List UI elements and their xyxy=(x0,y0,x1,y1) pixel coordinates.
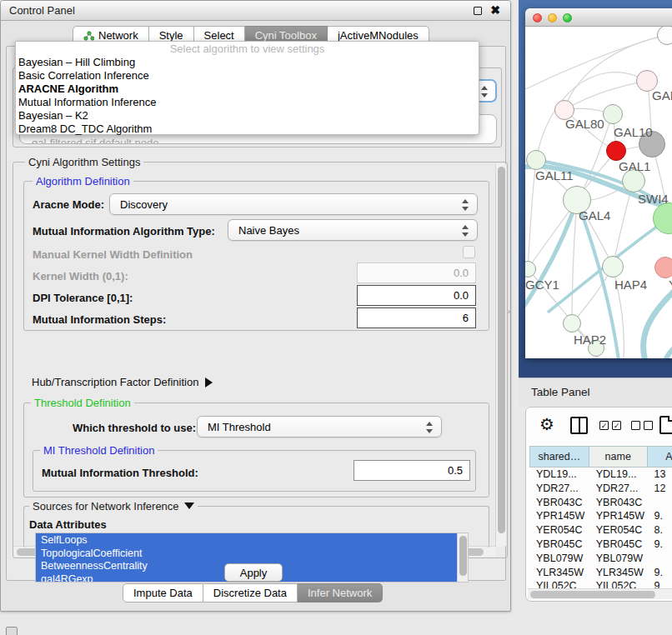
table-header-row: shared… name A xyxy=(529,446,672,468)
table-horizontal-scrollbar-thumb[interactable] xyxy=(530,591,655,598)
threshold-definition-title: Threshold Definition xyxy=(31,397,134,409)
node-label-gal-partial: GAL xyxy=(652,88,672,102)
table-panel-title: Table Panel xyxy=(531,386,590,398)
expanded-arrow-icon xyxy=(184,502,194,509)
table-row[interactable]: YDL19...YDL19...13 xyxy=(529,468,672,482)
new-table-icon[interactable] xyxy=(659,416,672,434)
cell-shared: YER054C xyxy=(529,523,589,538)
algorithm-definition-title: Algorithm Definition xyxy=(33,175,133,188)
hub-transcription-section[interactable]: Hub/Transcription Factor Definition xyxy=(32,376,213,388)
node-label-gal80: GAL80 xyxy=(565,117,604,131)
deselect-all-checkboxes-icon[interactable] xyxy=(631,421,653,430)
select-all-checkboxes-icon[interactable]: ✓✓ xyxy=(599,421,621,430)
algorithm-option-aracne[interactable]: ARACNE Algorithm xyxy=(16,82,479,96)
cell-name: YPR145W xyxy=(589,509,648,523)
table-row[interactable]: YBR045CYBR045C9. xyxy=(529,538,672,552)
window-zoom-button[interactable] xyxy=(563,13,572,22)
control-panel-titlebar[interactable]: Control Panel ✖ xyxy=(1,1,510,21)
cell-name: YBR043C xyxy=(589,496,648,510)
algorithm-option[interactable]: Mutual Information Inference xyxy=(16,96,479,109)
algorithm-option[interactable]: Dream8 DC_TDC Algorithm xyxy=(16,122,479,136)
sources-title[interactable]: Sources for Network Inference xyxy=(29,500,198,512)
node-salmon[interactable] xyxy=(654,257,672,278)
network-window-titlebar[interactable] xyxy=(525,8,672,27)
cell-value: 12 xyxy=(648,482,672,496)
table-row[interactable]: YPR145WYPR145W9. xyxy=(529,509,672,523)
settings-vertical-scrollbar[interactable] xyxy=(495,163,506,547)
list-item[interactable]: TopologicalCoefficient xyxy=(36,547,468,560)
table-toolbar: ⚙ ✓✓ xyxy=(526,408,672,446)
algorithm-placeholder: Select algorithm to view settings xyxy=(16,42,479,56)
table-row[interactable]: YBL079WYBL079W xyxy=(529,552,672,566)
mi-threshold-label: Mutual Information Threshold: xyxy=(42,467,198,479)
which-threshold-combo[interactable]: MI Threshold xyxy=(197,416,442,438)
settings-vertical-scrollbar-thumb[interactable] xyxy=(498,167,505,533)
mi-threshold-field[interactable]: 0.5 xyxy=(354,460,470,481)
collapsed-arrow-icon xyxy=(205,378,213,388)
node-gal10[interactable] xyxy=(603,104,623,124)
cell-name: YDL19... xyxy=(589,468,648,482)
algorithm-option[interactable]: Basic Correlation Inference xyxy=(16,69,479,82)
list-item[interactable]: SelfLoops xyxy=(36,533,468,547)
combo-arrows-icon xyxy=(481,85,489,98)
cell-value: 9. xyxy=(648,509,672,523)
aracne-mode-value: Discovery xyxy=(120,198,168,211)
window-minimize-button[interactable] xyxy=(548,13,557,22)
split-pane-handle[interactable]: › xyxy=(508,308,514,316)
algorithm-option[interactable]: Bayesian – Hill Climbing xyxy=(16,56,479,69)
tab-impute-data-label: Impute Data xyxy=(133,587,193,599)
cell-name: YDR27... xyxy=(589,482,648,496)
which-threshold-label: Which threshold to use: xyxy=(73,422,196,434)
dpi-tolerance-label: DPI Tolerance [0,1]: xyxy=(33,292,133,304)
table-body[interactable]: YDL19...YDL19...13 YDR27...YDR27...12 YB… xyxy=(529,468,672,591)
column-header-shared[interactable]: shared… xyxy=(529,446,589,468)
network-view-window[interactable]: GAL GAL80 GAL10 GAL1 GAL11 SWI4 GAL4 GCY… xyxy=(525,8,672,358)
gear-icon[interactable]: ⚙ xyxy=(539,414,554,434)
network-data-combo-value: gal-filtered sif default node xyxy=(32,137,496,144)
apply-button[interactable]: Apply xyxy=(224,563,283,582)
kernel-width-field[interactable]: 0.0 xyxy=(357,262,476,283)
threshold-definition-group: Threshold Definition Which threshold to … xyxy=(23,402,489,498)
node-red-selected[interactable] xyxy=(606,141,626,161)
node-label-gal11: GAL11 xyxy=(535,168,574,182)
node-gal11[interactable] xyxy=(526,150,546,170)
column-header-partial[interactable]: A xyxy=(648,446,672,468)
table-row[interactable]: YLR345WYLR345W9. xyxy=(529,566,672,580)
screen: Control Panel ✖ Network Style Select xyxy=(0,0,672,635)
docked-panel-icon[interactable] xyxy=(6,627,18,635)
manual-kernel-width-checkbox[interactable] xyxy=(463,246,475,258)
attributes-list-scrollbar-thumb[interactable] xyxy=(459,536,467,576)
apply-button-label: Apply xyxy=(240,567,268,579)
mi-algorithm-type-value: Naive Bayes xyxy=(238,224,299,237)
network-desktop: GAL GAL80 GAL10 GAL1 GAL11 SWI4 GAL4 GCY… xyxy=(519,0,672,378)
node-hap4[interactable] xyxy=(602,256,624,278)
mi-steps-field[interactable]: 6 xyxy=(357,308,476,328)
table-row[interactable]: YDR27...YDR27...12 xyxy=(529,482,672,496)
combo-arrows-icon xyxy=(426,421,434,434)
node-hap2[interactable] xyxy=(563,314,581,332)
close-icon[interactable]: ✖ xyxy=(490,3,500,17)
attributes-list-scrollbar[interactable] xyxy=(457,533,468,582)
tab-discretize-data[interactable]: Discretize Data xyxy=(203,583,298,602)
aracne-mode-combo[interactable]: Discovery xyxy=(109,193,478,215)
columns-icon[interactable] xyxy=(570,417,588,434)
tab-impute-data[interactable]: Impute Data xyxy=(123,583,203,602)
cell-value: 9. xyxy=(648,538,672,552)
mi-algorithm-type-combo[interactable]: Naive Bayes xyxy=(228,219,478,241)
algorithm-option[interactable]: Bayesian – K2 xyxy=(16,109,479,122)
float-window-icon[interactable] xyxy=(474,7,482,15)
cyni-algorithm-settings-group: Cyni Algorithm Settings Algorithm Defini… xyxy=(13,162,508,558)
cell-shared: YPR145W xyxy=(529,509,589,523)
table-row[interactable]: YBR043CYBR043C xyxy=(529,496,672,510)
table-horizontal-scrollbar[interactable] xyxy=(528,588,672,599)
network-canvas[interactable]: GAL GAL80 GAL10 GAL1 GAL11 SWI4 GAL4 GCY… xyxy=(525,27,672,358)
node-label-gal4: GAL4 xyxy=(579,208,610,222)
tab-infer-network[interactable]: Infer Network xyxy=(298,583,383,602)
dpi-tolerance-value: 0.0 xyxy=(454,289,469,302)
column-header-name[interactable]: name xyxy=(589,446,648,468)
tab-jactivemnodules-label: jActiveMNodules xyxy=(338,29,419,42)
cell-value xyxy=(648,496,672,510)
table-row[interactable]: YER054CYER054C8. xyxy=(529,523,672,538)
window-close-button[interactable] xyxy=(533,13,542,22)
dpi-tolerance-field[interactable]: 0.0 xyxy=(357,285,476,306)
